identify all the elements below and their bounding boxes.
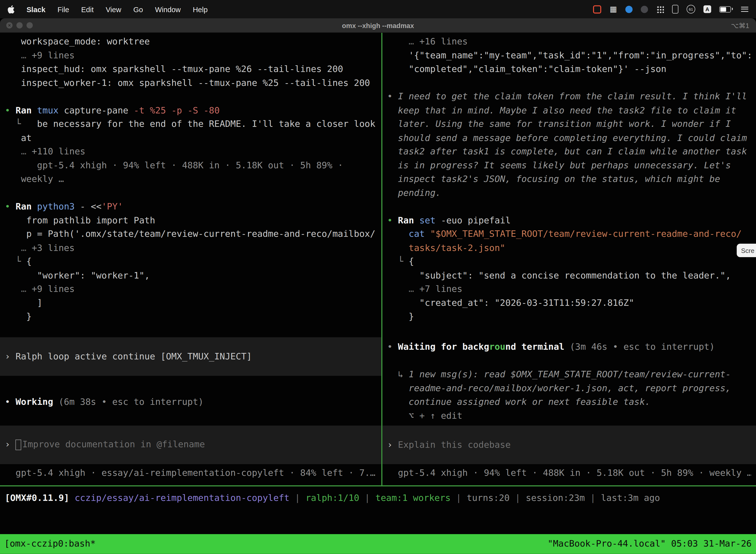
text-segment: • (387, 341, 398, 352)
text-segment: inspect_worker-1: omx sparkshell --tmux-… (5, 77, 370, 88)
terminal-line: … +3 lines (5, 241, 377, 255)
screen-overlay-toast[interactable]: Scre (737, 244, 756, 257)
text-segment: … (409, 284, 420, 294)
omx-hud-status: [OMX#0.11.9] cczip/essay/ai-reimplementa… (5, 491, 756, 505)
menu-lines-icon[interactable] (741, 6, 748, 12)
menu-item-edit[interactable]: Edit (81, 5, 93, 13)
battery-ring-icon[interactable]: 61 (687, 5, 695, 13)
iphone-mirroring-icon[interactable] (672, 5, 678, 13)
text-segment: • (5, 397, 15, 407)
menubar: Slack FileEditViewGoWindowHelp 61A (0, 0, 756, 18)
terminal-line: } (387, 310, 751, 323)
text-segment: Improve documentation in @filename (22, 438, 205, 451)
text-segment: turns:20 (467, 493, 510, 503)
terminal-pane-left[interactable]: workspace_mode: worktree … +9 lines insp… (0, 33, 381, 485)
text-segment (5, 284, 21, 294)
menu-item-help[interactable]: Help (193, 5, 208, 13)
text-segment: Explain this codebase (398, 438, 511, 452)
text-segment (387, 284, 409, 294)
text-segment: p = Path('.omx/state/team/review-current… (5, 229, 375, 239)
menu-item-window[interactable]: Window (155, 5, 181, 13)
prompt-input[interactable]: › Improve documentation in @filename (0, 426, 381, 464)
menu-item-go[interactable]: Go (133, 5, 143, 13)
text-segment: gpt-5.4 xhigh · 94% left · 488K in · 5.1… (387, 467, 751, 478)
text-segment: later. Using the same for transition mig… (387, 119, 731, 129)
text-segment: └ (16, 119, 21, 129)
text-segment: +9 lines (32, 284, 75, 294)
terminal-line: "subject": "send a concise recommendatio… (387, 269, 751, 282)
dark-app-icon[interactable] (641, 5, 648, 13)
text-segment: "completed","claim_token":"claim-token"}… (387, 64, 667, 74)
text-segment (387, 256, 398, 266)
text-segment (5, 119, 15, 129)
terminal-line: task2 after task1 is complete, but can I… (387, 145, 751, 158)
text-segment (5, 242, 21, 253)
loop-status-band[interactable]: › Ralph loop active continue [OMX_TMUX_I… (0, 337, 381, 376)
text-segment: … (409, 36, 420, 46)
window-titlebar[interactable]: × omx --xhigh --madmax ⌥⌘1 (0, 18, 756, 33)
menu-item-file[interactable]: File (58, 5, 69, 13)
grid-app-icon[interactable] (610, 5, 617, 13)
text-segment: Working (16, 397, 59, 407)
text-segment: Ran (398, 215, 420, 225)
text-segment: nd terminal (505, 341, 570, 352)
text-segment: inspect task2's JSON, focusing on the st… (387, 174, 720, 184)
text-segment: (3m 46s • esc to interrupt) (570, 341, 715, 352)
terminal-line: "worker": "worker-1", (5, 269, 377, 282)
text-segment: Ran (16, 201, 37, 212)
terminal-line: inspect task2's JSON, focusing on the st… (387, 172, 751, 186)
terminal-line: • Ran python3 - <<'PY' (5, 200, 377, 214)
text-segment: team:1 workers (375, 493, 450, 503)
screen-recording-indicator[interactable] (593, 5, 601, 13)
text-segment: | (585, 493, 601, 503)
spacer (5, 409, 377, 425)
text-segment: tmux (37, 105, 64, 115)
menu-item-view[interactable]: View (106, 5, 121, 13)
text-segment: › (5, 350, 15, 364)
text-segment: … (21, 242, 32, 253)
text-segment: • (387, 215, 398, 225)
terminal-line: cat "$OMX_TEAM_STATE_ROOT/team/review-cu… (387, 227, 751, 241)
terminal-line: inspect_worker-1: omx sparkshell --tmux-… (5, 76, 377, 90)
spacer (5, 376, 377, 395)
tmux-session-label: [omx-cczip0:bash* (4, 537, 96, 551)
text-segment: Ralph loop active continue [OMX_TMUX_INJ… (16, 350, 252, 364)
battery-icon[interactable] (719, 6, 731, 12)
text-segment: should send a message before completing … (387, 132, 747, 143)
text-segment: … (21, 284, 32, 294)
screen: Slack FileEditViewGoWindowHelp 61A × omx… (0, 0, 756, 554)
text-segment: "$OMX_TEAM_STATE_ROOT/team/review-curren… (430, 229, 742, 239)
input-source-icon[interactable]: A (703, 5, 711, 13)
terminal-line: • I need to get the claim token from the… (387, 90, 751, 104)
terminal-line: continue assigned work or next feasible … (387, 395, 751, 409)
text-segment: › (5, 438, 15, 451)
text-segment: inspect_hud: omx sparkshell --tmux-pane … (5, 64, 343, 74)
terminal-line: ] (5, 296, 377, 310)
text-segment: cat (409, 229, 430, 239)
terminal-pane-right[interactable]: … +16 lines '{"team_name":"my-team","tas… (382, 33, 756, 485)
tmux-status-bar: [omx-cczip0:bash* "MacBook-Pro-44.local"… (0, 534, 756, 554)
prompt-input[interactable]: › Explain this codebase (382, 426, 756, 464)
text-segment: { (409, 256, 414, 266)
terminal-line: keep that in mind. Maybe I also need the… (387, 104, 751, 117)
text-segment: ] (5, 297, 43, 308)
text-segment: ralph:1/10 (306, 493, 359, 503)
terminal-line: at (5, 131, 377, 145)
text-segment: "worker": "worker-1", (5, 270, 150, 280)
blue-app-icon[interactable] (625, 5, 632, 13)
terminal-line: '{"team_name":"my-team","task_id":"1","f… (387, 48, 751, 62)
text-segment: I need to get the claim token from the c… (398, 91, 747, 101)
menubar-app-name[interactable]: Slack (26, 5, 45, 13)
apple-menu-icon[interactable] (8, 5, 14, 13)
spacer (387, 76, 751, 90)
text-segment: be necessary for the end of the README. … (21, 119, 375, 129)
spacer (5, 323, 377, 337)
apps-grid-icon[interactable] (656, 5, 664, 13)
pane-status-line: gpt-5.4 xhigh · 94% left · 488K in · 5.1… (387, 466, 751, 480)
text-segment: +3 lines (32, 242, 75, 253)
pane-divider-horizontal[interactable] (0, 486, 756, 487)
terminal-line: • Waiting for background terminal (3m 46… (387, 340, 751, 354)
text-segment: • (5, 105, 15, 115)
text-segment: | (510, 493, 526, 503)
spacer (5, 90, 377, 104)
